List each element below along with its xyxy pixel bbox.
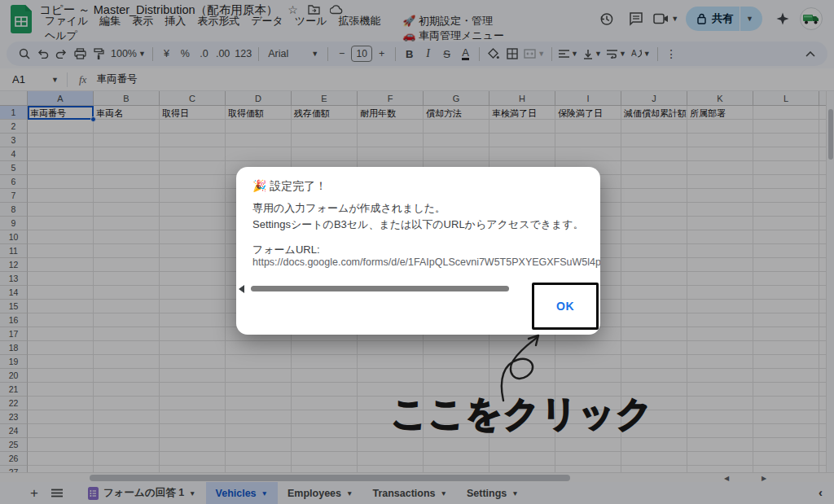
dialog-message-line1: 専用の入力フォームが作成されました。 <box>252 201 590 216</box>
form-url-text: https://docs.google.com/forms/d/e/1FAIpQ… <box>252 256 600 268</box>
setup-complete-dialog: 🎉 設定完了！ 専用の入力フォームが作成されました。 SettingsシートのB… <box>236 167 600 335</box>
ok-annotation-box: OK <box>532 283 599 330</box>
dialog-message-line2: SettingsシートのB3セル、または以下のURLからアクセスできます。 <box>252 217 590 232</box>
form-url-label: フォームURL: <box>252 243 590 257</box>
ok-button[interactable]: OK <box>556 300 574 313</box>
dialog-title: 🎉 設定完了！ <box>252 179 327 194</box>
click-here-annotation: ここをクリック <box>391 390 653 438</box>
dialog-scrollbar-thumb[interactable] <box>251 286 509 291</box>
dialog-scroll-left-icon[interactable] <box>239 285 244 293</box>
google-sheets-window: コピー ～ Master_Distribution（配布用原本） ☆ ファイル編… <box>0 0 834 504</box>
